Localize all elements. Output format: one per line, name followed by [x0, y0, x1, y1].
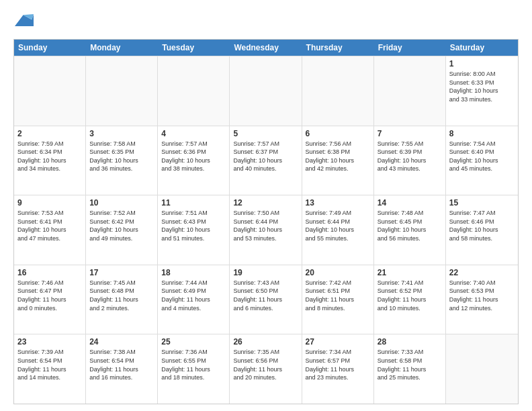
day-number: 13 [306, 198, 370, 208]
cal-cell: 22Sunrise: 7:40 AM Sunset: 6:53 PM Dayli… [446, 265, 518, 334]
cal-cell: 8Sunrise: 7:54 AM Sunset: 6:40 PM Daylig… [446, 126, 518, 195]
cal-cell: 25Sunrise: 7:36 AM Sunset: 6:55 PM Dayli… [158, 334, 230, 404]
cal-cell: 3Sunrise: 7:58 AM Sunset: 6:35 PM Daylig… [86, 126, 158, 195]
day-number: 12 [233, 198, 298, 208]
day-number: 22 [449, 268, 515, 277]
day-info: Sunrise: 7:52 AM Sunset: 6:42 PM Dayligh… [89, 209, 154, 242]
calendar-body: 1Sunrise: 8:00 AM Sunset: 6:33 PM Daylig… [14, 56, 518, 404]
day-number: 17 [89, 268, 154, 277]
day-number: 27 [306, 337, 370, 347]
header-day-thursday: Thursday [302, 40, 374, 56]
day-number: 24 [89, 337, 154, 347]
cal-cell [14, 56, 86, 126]
cal-cell: 15Sunrise: 7:47 AM Sunset: 6:46 PM Dayli… [446, 195, 518, 265]
day-number: 4 [161, 129, 226, 138]
cal-cell: 14Sunrise: 7:48 AM Sunset: 6:45 PM Dayli… [374, 195, 446, 265]
day-info: Sunrise: 7:56 AM Sunset: 6:38 PM Dayligh… [306, 140, 370, 173]
day-info: Sunrise: 8:00 AM Sunset: 6:33 PM Dayligh… [449, 70, 515, 103]
cal-cell: 9Sunrise: 7:53 AM Sunset: 6:41 PM Daylig… [14, 195, 86, 265]
header-day-wednesday: Wednesday [230, 40, 302, 56]
day-number: 28 [378, 337, 442, 347]
cal-cell: 5Sunrise: 7:57 AM Sunset: 6:37 PM Daylig… [230, 126, 302, 195]
day-info: Sunrise: 7:48 AM Sunset: 6:45 PM Dayligh… [378, 209, 442, 242]
header-day-sunday: Sunday [14, 40, 86, 56]
header [13, 11, 519, 32]
day-number: 25 [161, 337, 226, 347]
week-row-5: 23Sunrise: 7:39 AM Sunset: 6:54 PM Dayli… [14, 334, 518, 404]
week-row-2: 2Sunrise: 7:59 AM Sunset: 6:34 PM Daylig… [14, 126, 518, 195]
day-number: 23 [17, 337, 82, 347]
day-info: Sunrise: 7:33 AM Sunset: 6:58 PM Dayligh… [378, 348, 442, 381]
day-info: Sunrise: 7:49 AM Sunset: 6:44 PM Dayligh… [306, 209, 370, 242]
day-number: 2 [17, 129, 82, 138]
day-number: 21 [378, 268, 442, 277]
cal-cell: 10Sunrise: 7:52 AM Sunset: 6:42 PM Dayli… [86, 195, 158, 265]
day-info: Sunrise: 7:50 AM Sunset: 6:44 PM Dayligh… [233, 209, 298, 242]
cal-cell: 23Sunrise: 7:39 AM Sunset: 6:54 PM Dayli… [14, 334, 86, 404]
cal-cell: 24Sunrise: 7:38 AM Sunset: 6:54 PM Dayli… [86, 334, 158, 404]
day-info: Sunrise: 7:44 AM Sunset: 6:49 PM Dayligh… [161, 279, 226, 312]
cal-cell: 6Sunrise: 7:56 AM Sunset: 6:38 PM Daylig… [302, 126, 374, 195]
day-number: 15 [449, 198, 515, 208]
header-day-saturday: Saturday [446, 40, 518, 56]
day-number: 5 [233, 129, 298, 138]
day-number: 19 [233, 268, 298, 277]
day-info: Sunrise: 7:40 AM Sunset: 6:53 PM Dayligh… [449, 279, 515, 312]
page: SundayMondayTuesdayWednesdayThursdayFrid… [0, 0, 532, 411]
day-number: 26 [233, 337, 298, 347]
header-day-tuesday: Tuesday [158, 40, 230, 56]
cal-cell: 13Sunrise: 7:49 AM Sunset: 6:44 PM Dayli… [302, 195, 374, 265]
day-number: 11 [161, 198, 226, 208]
cal-cell [374, 56, 446, 126]
header-day-friday: Friday [374, 40, 446, 56]
day-info: Sunrise: 7:58 AM Sunset: 6:35 PM Dayligh… [89, 140, 154, 173]
cal-cell [158, 56, 230, 126]
cal-cell: 17Sunrise: 7:45 AM Sunset: 6:48 PM Dayli… [86, 265, 158, 334]
cal-cell: 4Sunrise: 7:57 AM Sunset: 6:36 PM Daylig… [158, 126, 230, 195]
day-info: Sunrise: 7:42 AM Sunset: 6:51 PM Dayligh… [306, 279, 370, 312]
day-info: Sunrise: 7:35 AM Sunset: 6:56 PM Dayligh… [233, 348, 298, 381]
day-number: 14 [378, 198, 442, 208]
cal-cell: 27Sunrise: 7:34 AM Sunset: 6:57 PM Dayli… [302, 334, 374, 404]
day-info: Sunrise: 7:34 AM Sunset: 6:57 PM Dayligh… [306, 348, 370, 381]
cal-cell: 28Sunrise: 7:33 AM Sunset: 6:58 PM Dayli… [374, 334, 446, 404]
cal-cell [230, 56, 302, 126]
day-info: Sunrise: 7:54 AM Sunset: 6:40 PM Dayligh… [449, 140, 515, 173]
day-number: 8 [449, 129, 515, 138]
cal-cell [302, 56, 374, 126]
day-number: 10 [89, 198, 154, 208]
day-info: Sunrise: 7:39 AM Sunset: 6:54 PM Dayligh… [17, 348, 82, 381]
cal-cell [86, 56, 158, 126]
cal-cell [446, 334, 518, 404]
day-number: 6 [306, 129, 370, 138]
day-info: Sunrise: 7:38 AM Sunset: 6:54 PM Dayligh… [89, 348, 154, 381]
day-info: Sunrise: 7:41 AM Sunset: 6:52 PM Dayligh… [378, 279, 442, 312]
day-number: 9 [17, 198, 82, 208]
calendar: SundayMondayTuesdayWednesdayThursdayFrid… [13, 39, 519, 404]
day-number: 18 [161, 268, 226, 277]
day-info: Sunrise: 7:53 AM Sunset: 6:41 PM Dayligh… [17, 209, 82, 242]
day-number: 20 [306, 268, 370, 277]
day-number: 3 [89, 129, 154, 138]
day-info: Sunrise: 7:59 AM Sunset: 6:34 PM Dayligh… [17, 140, 82, 173]
cal-cell: 16Sunrise: 7:46 AM Sunset: 6:47 PM Dayli… [14, 265, 86, 334]
day-info: Sunrise: 7:51 AM Sunset: 6:43 PM Dayligh… [161, 209, 226, 242]
cal-cell: 20Sunrise: 7:42 AM Sunset: 6:51 PM Dayli… [302, 265, 374, 334]
day-info: Sunrise: 7:43 AM Sunset: 6:50 PM Dayligh… [233, 279, 298, 312]
day-info: Sunrise: 7:46 AM Sunset: 6:47 PM Dayligh… [17, 279, 82, 312]
cal-cell: 19Sunrise: 7:43 AM Sunset: 6:50 PM Dayli… [230, 265, 302, 334]
week-row-1: 1Sunrise: 8:00 AM Sunset: 6:33 PM Daylig… [14, 56, 518, 126]
cal-cell: 18Sunrise: 7:44 AM Sunset: 6:49 PM Dayli… [158, 265, 230, 334]
cal-cell: 1Sunrise: 8:00 AM Sunset: 6:33 PM Daylig… [446, 56, 518, 126]
calendar-header: SundayMondayTuesdayWednesdayThursdayFrid… [14, 40, 518, 56]
day-number: 7 [378, 129, 442, 138]
cal-cell: 2Sunrise: 7:59 AM Sunset: 6:34 PM Daylig… [14, 126, 86, 195]
cal-cell: 7Sunrise: 7:55 AM Sunset: 6:39 PM Daylig… [374, 126, 446, 195]
week-row-4: 16Sunrise: 7:46 AM Sunset: 6:47 PM Dayli… [14, 265, 518, 334]
day-info: Sunrise: 7:57 AM Sunset: 6:36 PM Dayligh… [161, 140, 226, 173]
day-info: Sunrise: 7:57 AM Sunset: 6:37 PM Dayligh… [233, 140, 298, 173]
cal-cell: 11Sunrise: 7:51 AM Sunset: 6:43 PM Dayli… [158, 195, 230, 265]
header-day-monday: Monday [86, 40, 158, 56]
day-number: 1 [449, 59, 515, 68]
cal-cell: 26Sunrise: 7:35 AM Sunset: 6:56 PM Dayli… [230, 334, 302, 404]
